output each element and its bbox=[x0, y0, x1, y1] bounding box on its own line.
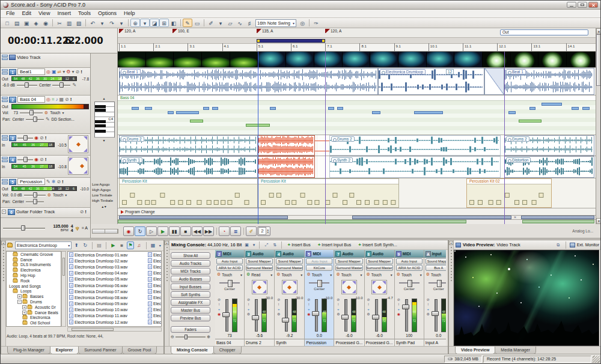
swing-apply-icon[interactable]: ◎ bbox=[297, 19, 307, 27]
tree-item[interactable]: −Drums bbox=[7, 299, 61, 305]
metronome-icon[interactable]: ◔ bbox=[219, 226, 230, 236]
folder-tree[interactable]: Cinematic GrooveDanceDLS InstrumentsElec… bbox=[6, 251, 61, 327]
chevron-down-icon[interactable]: ▾ bbox=[251, 241, 256, 248]
expand-icon[interactable]: ⤢ bbox=[263, 241, 270, 248]
gear-icon[interactable]: ⚙ bbox=[367, 312, 370, 316]
bus-label[interactable]: Out bbox=[2, 187, 10, 191]
audio-clip[interactable]: Beat 1 bbox=[504, 68, 594, 95]
volume-slider[interactable] bbox=[17, 82, 37, 88]
channel-name[interactable]: Input A bbox=[424, 339, 446, 346]
time-sig-upper[interactable]: 4 bbox=[71, 224, 73, 228]
pause-button[interactable]: ▮▮ bbox=[169, 226, 180, 236]
output-device-button[interactable]: ARIA for ACID bbox=[216, 265, 243, 271]
file-item[interactable]: Electronica Drumloop 08.wavElectronica bbox=[68, 294, 161, 300]
pan-position-dot[interactable] bbox=[80, 163, 84, 168]
audio-clip[interactable]: Drums 2 bbox=[119, 135, 258, 156]
ext-monitor-button[interactable]: Ext. Monitor bbox=[577, 243, 599, 247]
automation-mode[interactable]: ⚙Touch▾ bbox=[365, 271, 394, 278]
tab-explorer[interactable]: Explorer bbox=[50, 347, 79, 354]
open-file-icon[interactable]: ▤ bbox=[12, 19, 22, 27]
track-name-field[interactable]: Bass 04 bbox=[17, 96, 45, 103]
downmix-icon[interactable]: ▣ bbox=[243, 241, 250, 248]
new-folder-icon[interactable]: ▤ bbox=[96, 241, 103, 249]
paint-caret-icon[interactable]: ▾ bbox=[216, 19, 225, 27]
midi-clip[interactable]: Percussion Kit bbox=[258, 178, 399, 208]
file-item[interactable]: Electronica Drumloop 05.wavElectronica bbox=[68, 276, 161, 282]
automation-mode[interactable]: ⚙Read▾ bbox=[245, 271, 274, 278]
file-list[interactable]: Electronica Drumloop 01.wavElectronicaEl… bbox=[67, 251, 162, 327]
mute-icon[interactable]: ⊘ bbox=[337, 298, 340, 302]
automation-mode[interactable]: ⚙Touch▾ bbox=[275, 271, 304, 278]
menu-tools[interactable]: Tools bbox=[75, 10, 94, 17]
key-value[interactable]: = A bbox=[82, 226, 88, 230]
add-icon[interactable]: + bbox=[218, 308, 221, 311]
tree-item[interactable]: +Acoustic Dr bbox=[7, 305, 61, 310]
mute-icon[interactable]: ⊘ bbox=[367, 298, 370, 302]
add-icon[interactable]: + bbox=[337, 308, 340, 311]
bus-label[interactable]: Out bbox=[2, 105, 10, 109]
chevron-down-icon[interactable]: ▾ bbox=[391, 273, 392, 277]
input-device-button[interactable]: Auto Input bbox=[306, 258, 332, 264]
automation-lane-1[interactable]: × bbox=[118, 216, 596, 220]
file-item[interactable]: Electronica Drumloop 03.wavElectronica bbox=[68, 264, 161, 270]
midi-clip[interactable]: Percussion Kit bbox=[119, 178, 258, 208]
tree-item[interactable]: Cinematic Groove bbox=[7, 252, 61, 257]
midi-note[interactable] bbox=[328, 107, 334, 110]
preroll-spinner[interactable]: 2▲▼ bbox=[257, 226, 270, 236]
mute-icon[interactable]: ⊘ bbox=[65, 97, 69, 103]
chevron-down-icon[interactable]: ▾ bbox=[65, 193, 67, 197]
synth1-track-lane[interactable]: Synth 1 Synth 2 Distortion bbox=[118, 156, 596, 178]
add-icon[interactable]: + bbox=[427, 308, 429, 311]
midi-note[interactable] bbox=[132, 107, 139, 110]
pan-slider[interactable] bbox=[26, 199, 44, 204]
input-label[interactable]: In bbox=[2, 143, 10, 147]
bpm-value[interactable]: 135.000 bbox=[53, 224, 68, 228]
mute-icon[interactable]: ⊘ bbox=[56, 179, 61, 185]
midi-note[interactable] bbox=[176, 111, 199, 114]
copy-frame-icon[interactable]: ⧉ bbox=[555, 241, 562, 248]
solo-icon[interactable]: ! bbox=[308, 303, 310, 306]
chevron-down-icon[interactable]: ▾ bbox=[361, 273, 362, 277]
automation-mode[interactable]: ⚙Touch▾ bbox=[334, 271, 364, 278]
marker-row[interactable]: Out 120, A100, E135, A120, A bbox=[118, 28, 596, 38]
gear-icon[interactable]: ⚙ bbox=[247, 312, 250, 316]
solo-icon[interactable]: ! bbox=[278, 303, 279, 306]
solo-icon[interactable]: ! bbox=[427, 303, 429, 306]
audio-clip[interactable]: Drums 2 bbox=[504, 135, 594, 156]
solo-icon[interactable]: ! bbox=[62, 179, 64, 185]
channel-name[interactable]: Percussion bbox=[305, 339, 334, 346]
dock-grip[interactable]: × bbox=[449, 240, 454, 354]
output-device-button[interactable]: ARIA for ACID bbox=[396, 265, 423, 271]
video-track-lane[interactable] bbox=[118, 52, 596, 68]
file-item[interactable]: Electronica Drumloop 07.wavElectronica bbox=[68, 288, 161, 294]
output-device-button[interactable]: Surround Master bbox=[366, 265, 393, 271]
timeline-marker[interactable]: 120, A bbox=[325, 29, 341, 34]
mute-icon[interactable]: ⊘ bbox=[307, 298, 310, 302]
surround-panner[interactable] bbox=[341, 280, 357, 294]
track-header-3[interactable]: 3 ◉ ⊘ ! In 5445362718 -10.5 bbox=[1, 134, 90, 156]
piano-keyboard[interactable]: C4 bbox=[94, 102, 115, 138]
maximize-button[interactable] bbox=[578, 2, 587, 8]
automation-mode[interactable]: ⚙Touch▾ bbox=[424, 271, 446, 278]
scroll-up-icon[interactable]: ▲ bbox=[596, 28, 601, 34]
views-icon[interactable]: ▦ bbox=[149, 241, 156, 249]
mute-icon[interactable]: ⊘ bbox=[247, 298, 250, 302]
magnify-icon[interactable]: ⊞ bbox=[159, 19, 169, 27]
chevron-down-icon[interactable]: ▾ bbox=[63, 69, 65, 75]
midi-note[interactable] bbox=[212, 107, 218, 110]
stop-button[interactable]: ■ bbox=[180, 226, 191, 236]
channel-name[interactable]: Processed G... bbox=[334, 339, 364, 346]
up-folder-icon[interactable]: ⬆ bbox=[73, 241, 80, 249]
mixer-channel-7[interactable]: 7AudioSound MapperSurround Master⚙Touch▾… bbox=[334, 250, 364, 346]
pan-slider[interactable] bbox=[26, 117, 44, 122]
chevron-down-icon[interactable]: ▾ bbox=[300, 273, 302, 277]
view-audio-busses-button[interactable]: Audio Busses bbox=[171, 276, 210, 282]
mute-icon[interactable]: ⊘ bbox=[277, 298, 280, 302]
chevron-down-icon[interactable]: ▾ bbox=[62, 111, 64, 115]
volume-slider[interactable] bbox=[17, 157, 33, 162]
view-show-all-button[interactable]: Show All bbox=[171, 252, 210, 259]
faders-button[interactable]: Faders bbox=[171, 326, 210, 333]
volume-fader[interactable] bbox=[251, 297, 260, 333]
record-button[interactable]: ◉ bbox=[123, 226, 134, 236]
paint-tool-icon[interactable]: ✐ bbox=[206, 19, 216, 27]
